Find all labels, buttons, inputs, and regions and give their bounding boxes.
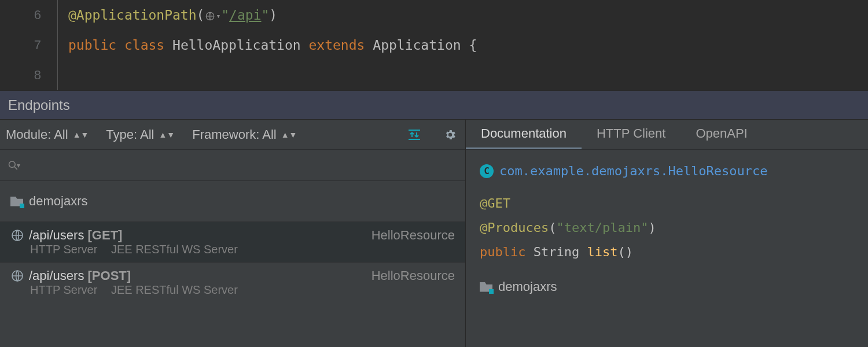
method-name: list: [587, 245, 617, 259]
line-number-gutter: 6 7 8: [0, 0, 58, 90]
code-editor[interactable]: 6 7 8 @ApplicationPath(▾"/api") public c…: [0, 0, 868, 90]
filter-module[interactable]: Module: All ▲▼: [6, 127, 89, 142]
filter-type-label: Type: All: [106, 127, 154, 142]
endpoint-tag: HTTP Server: [30, 283, 97, 296]
endpoint-method: [GET]: [88, 228, 123, 243]
endpoints-panel: Module: All ▲▼ Type: All ▲▼ Framework: A…: [0, 119, 868, 347]
endpoint-row[interactable]: /api/users [POST] HelloResource HTTP Ser…: [0, 262, 465, 302]
chevron-down-icon[interactable]: ▾: [17, 161, 20, 169]
code-line: [68, 60, 868, 90]
endpoint-path: /api/users: [29, 268, 84, 283]
endpoints-list-pane: Module: All ▲▼ Type: All ▲▼ Framework: A…: [0, 120, 466, 347]
web-endpoint-icon: [10, 269, 24, 283]
path-literal-link[interactable]: /api: [229, 8, 261, 23]
endpoints-filter-bar: Module: All ▲▼ Type: All ▲▼ Framework: A…: [0, 120, 465, 150]
endpoints-search-input[interactable]: [23, 158, 458, 173]
sort-icon: ▲▼: [159, 132, 175, 137]
paren: (: [197, 8, 205, 23]
code-area[interactable]: @ApplicationPath(▾"/api") public class H…: [58, 0, 868, 90]
tool-window-title-text: Endpoints: [8, 97, 70, 113]
string-quote: ": [262, 8, 270, 23]
string-literal: "text/plain": [556, 220, 648, 235]
keyword: public: [480, 245, 525, 259]
endpoint-path: /api/users: [29, 228, 84, 243]
module-node[interactable]: demojaxrs: [0, 181, 465, 222]
filter-type[interactable]: Type: All ▲▼: [106, 127, 175, 142]
documentation-content: C com.example.demojaxrs.HelloResource @G…: [466, 150, 868, 308]
web-endpoint-icon: [10, 228, 24, 242]
endpoints-search-row[interactable]: ▾: [0, 150, 465, 181]
annotation: @Produces: [480, 220, 549, 235]
class-icon: C: [480, 164, 494, 178]
line-number: 8: [0, 60, 41, 90]
tab-openapi[interactable]: OpenAPI: [681, 120, 762, 149]
filter-framework-label: Framework: All: [192, 127, 276, 142]
doc-class-fqn: com.example.demojaxrs.HelloResource: [499, 159, 768, 183]
endpoint-details-pane: Documentation HTTP Client OpenAPI C com.…: [466, 120, 868, 347]
endpoint-tag: JEE RESTful WS Server: [111, 283, 238, 296]
details-tab-bar: Documentation HTTP Client OpenAPI: [466, 120, 868, 150]
paren: ): [269, 8, 277, 23]
return-type: String: [534, 245, 579, 259]
line-number: 7: [0, 30, 41, 60]
sort-icon: ▲▼: [281, 132, 297, 137]
keyword: extends: [308, 38, 365, 53]
superclass-name: Application: [373, 38, 461, 53]
module-folder-icon: [10, 197, 23, 206]
endpoint-row[interactable]: /api/users [GET] HelloResource HTTP Serv…: [0, 222, 465, 262]
parens: (): [617, 245, 633, 259]
endpoints-tree: demojaxrs /api/users [GET] HelloResource…: [0, 181, 465, 347]
module-name: demojaxrs: [29, 194, 87, 209]
line-number: 6: [0, 0, 41, 30]
doc-class-link[interactable]: C com.example.demojaxrs.HelloResource: [480, 159, 854, 183]
class-name: HelloApplication: [172, 38, 301, 53]
expand-collapse-icon[interactable]: [405, 125, 424, 144]
code-line: public class HelloApplication extends Ap…: [68, 30, 868, 60]
module-folder-icon: [480, 282, 492, 292]
web-gutter-icon[interactable]: ▾: [205, 1, 220, 31]
string-quote: ": [221, 8, 229, 23]
code-line: @ApplicationPath(▾"/api"): [68, 0, 868, 30]
endpoint-tag: JEE RESTful WS Server: [111, 243, 238, 256]
endpoint-resource: HelloResource: [372, 268, 455, 283]
annotation: @GET: [480, 196, 510, 211]
endpoint-method: [POST]: [88, 268, 131, 283]
doc-module-link[interactable]: demojaxrs: [480, 275, 854, 299]
endpoint-resource: HelloResource: [372, 228, 455, 243]
keyword: public: [68, 38, 116, 53]
doc-module-name: demojaxrs: [498, 275, 557, 299]
filter-framework[interactable]: Framework: All ▲▼: [192, 127, 297, 142]
keyword: class: [124, 38, 164, 53]
annotation: @ApplicationPath: [68, 8, 197, 23]
sort-icon: ▲▼: [73, 132, 89, 137]
brace: {: [469, 38, 477, 53]
tool-window-title: Endpoints: [0, 90, 868, 119]
endpoint-tag: HTTP Server: [30, 243, 97, 256]
svg-point-1: [9, 161, 16, 167]
settings-icon[interactable]: [441, 125, 459, 144]
tab-documentation[interactable]: Documentation: [466, 120, 582, 149]
filter-module-label: Module: All: [6, 127, 68, 142]
tab-http-client[interactable]: HTTP Client: [582, 120, 681, 149]
